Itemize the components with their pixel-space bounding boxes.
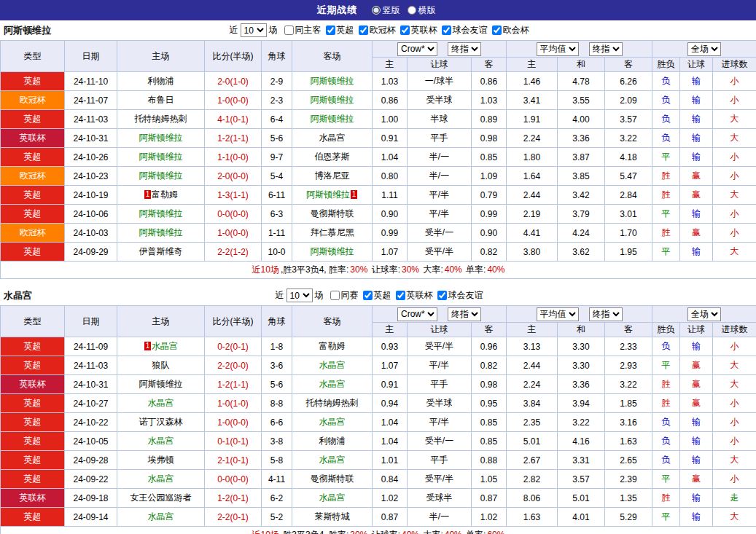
away-team[interactable]: 拜仁慕尼黑 [292, 224, 373, 243]
filter-checkbox-2[interactable]: 欧冠杯 [359, 24, 396, 36]
away-team[interactable]: 阿斯顿维拉 [292, 72, 373, 91]
filter-checkbox-input[interactable] [330, 291, 340, 300]
home-team[interactable]: 阿斯顿维拉 [117, 224, 205, 243]
home-team[interactable]: 布鲁日 [117, 91, 205, 110]
filter-checkbox-input[interactable] [442, 25, 451, 35]
odds-source-select[interactable]: 全场 [687, 42, 721, 56]
home-team[interactable]: 狼队 [117, 356, 205, 375]
away-team[interactable]: 阿斯顿维拉1 [292, 186, 373, 205]
away-team[interactable]: 利物浦 [292, 432, 373, 451]
home-team[interactable]: 阿斯顿维拉 [117, 148, 205, 167]
away-team[interactable]: 伯恩茅斯 [292, 148, 373, 167]
layout-radio-vertical-input[interactable] [372, 6, 381, 15]
away-team[interactable]: 水晶宫 [292, 129, 373, 148]
home-team[interactable]: 水晶宫 [117, 508, 205, 527]
filter-checkbox-0[interactable]: 同赛 [330, 289, 359, 302]
layout-radio-vertical[interactable]: 竖版 [372, 4, 400, 17]
odds-value: 0.82 [472, 243, 507, 262]
filter-checkbox-input[interactable] [400, 25, 410, 35]
layout-radio-horizontal-input[interactable] [408, 6, 416, 15]
home-team-name: 水晶宫 [148, 511, 174, 522]
filter-checkbox-0[interactable]: 同主客 [284, 24, 322, 36]
away-team[interactable]: 水晶宫 [292, 489, 373, 508]
handicap-line: 半/一 [408, 167, 472, 186]
filter-checkbox-1[interactable]: 英超 [363, 289, 391, 302]
odds-source-select[interactable]: 全场 [687, 307, 721, 321]
filter-checkbox-input[interactable] [326, 25, 335, 35]
filter-checkbox-3[interactable]: 英联杯 [400, 24, 437, 36]
odds-source-select[interactable]: 终指 [448, 307, 481, 321]
odds-value: 0.93 [373, 337, 408, 356]
team-section: 阿斯顿维拉近10场同主客英超欧冠杯英联杯球会友谊欧会杯类型日期主场比分(半场)角… [0, 20, 756, 279]
away-team[interactable]: 阿斯顿维拉 [292, 110, 373, 129]
home-team-name: 水晶宫 [148, 398, 174, 408]
away-team[interactable]: 托特纳姆热刺 [292, 394, 373, 413]
away-team[interactable]: 水晶宫 [292, 356, 373, 375]
home-team[interactable]: 伊普斯维奇 [117, 243, 205, 262]
filter-checkbox-1[interactable]: 英超 [326, 24, 354, 36]
result-outcome: 平 [652, 508, 680, 527]
away-team[interactable]: 水晶宫 [292, 375, 373, 394]
match-date: 24-10-22 [65, 413, 117, 432]
away-team[interactable]: 莱斯特城 [292, 508, 373, 527]
odds-source-select[interactable]: 终指 [448, 42, 481, 56]
filter-checkbox-input[interactable] [284, 25, 294, 35]
league-badge: 英联杯 [1, 129, 65, 148]
home-team[interactable]: 1水晶宫 [117, 337, 205, 356]
home-team[interactable]: 1富勒姆 [117, 186, 205, 205]
home-team[interactable]: 阿斯顿维拉 [117, 375, 205, 394]
home-team[interactable]: 利物浦 [117, 72, 205, 91]
filter-checkbox-input[interactable] [492, 25, 502, 35]
filter-checkbox-input[interactable] [359, 25, 368, 35]
recent-count-select[interactable]: 10 [287, 288, 313, 302]
home-team[interactable]: 阿斯顿维拉 [117, 205, 205, 224]
filter-checkbox-input[interactable] [437, 291, 447, 300]
filter-checkbox-4[interactable]: 球会友谊 [442, 24, 488, 36]
home-team[interactable]: 女王公园巡游者 [117, 489, 205, 508]
filter-checkbox-input[interactable] [363, 291, 373, 300]
away-team[interactable]: 水晶宫 [292, 413, 373, 432]
home-team[interactable]: 阿斯顿维拉 [117, 167, 205, 186]
home-team[interactable]: 诺丁汉森林 [117, 413, 205, 432]
filter-checkbox-2[interactable]: 英联杯 [396, 289, 433, 302]
odds-source-select[interactable]: Crow* [397, 42, 437, 56]
away-team[interactable]: 博洛尼亚 [292, 167, 373, 186]
layout-radio-horizontal[interactable]: 横版 [408, 4, 436, 17]
odds-source-select[interactable]: 平均值 [537, 42, 579, 56]
odds-value: 0.79 [472, 186, 507, 205]
home-team[interactable]: 托特纳姆热刺 [117, 110, 205, 129]
away-team[interactable]: 曼彻斯特联 [292, 470, 373, 489]
handicap-line: 半/一 [408, 508, 472, 527]
home-team[interactable]: 水晶宫 [117, 394, 205, 413]
recent-count-select[interactable]: 10 [241, 23, 267, 37]
filter-checkbox-input[interactable] [396, 291, 405, 300]
result-outcome: 平 [652, 356, 680, 375]
odds-source-select[interactable]: 终指 [589, 42, 623, 56]
away-team[interactable]: 富勒姆 [292, 337, 373, 356]
away-team[interactable]: 水晶宫 [292, 451, 373, 470]
column-header: 客场 [292, 41, 373, 72]
league-badge: 英超 [1, 451, 65, 470]
odds-source-select[interactable]: 平均值 [537, 307, 579, 321]
filter-checkbox-5[interactable]: 欧会杯 [492, 24, 529, 36]
match-score: 1-0(0-0) [205, 91, 262, 110]
filter-checkbox-3[interactable]: 球会友谊 [437, 289, 483, 302]
result-outcome: 胜 [652, 489, 680, 508]
sub-column-header: 让球 [408, 58, 472, 72]
away-team[interactable]: 曼彻斯特联 [292, 205, 373, 224]
home-team[interactable]: 埃弗顿 [117, 451, 205, 470]
league-badge: 英超 [1, 508, 65, 527]
home-team[interactable]: 水晶宫 [117, 432, 205, 451]
corner-count: 5-4 [262, 167, 292, 186]
odds-source-select[interactable]: Crow* [397, 307, 437, 321]
odds-source-select[interactable]: 终指 [589, 307, 623, 321]
team-section: 水晶宫近10场同赛英超英联杯球会友谊类型日期主场比分(半场)角球客场Crow*终… [0, 286, 756, 534]
odds-value: 1.09 [472, 167, 507, 186]
home-team[interactable]: 水晶宫 [117, 470, 205, 489]
home-team[interactable]: 阿斯顿维拉 [117, 129, 205, 148]
odds-value: 0.85 [472, 413, 507, 432]
summary-segment: 40% [445, 264, 462, 275]
away-team[interactable]: 阿斯顿维拉 [292, 91, 373, 110]
away-team[interactable]: 阿斯顿维拉 [292, 243, 373, 262]
result-outcome: 胜 [652, 224, 680, 243]
